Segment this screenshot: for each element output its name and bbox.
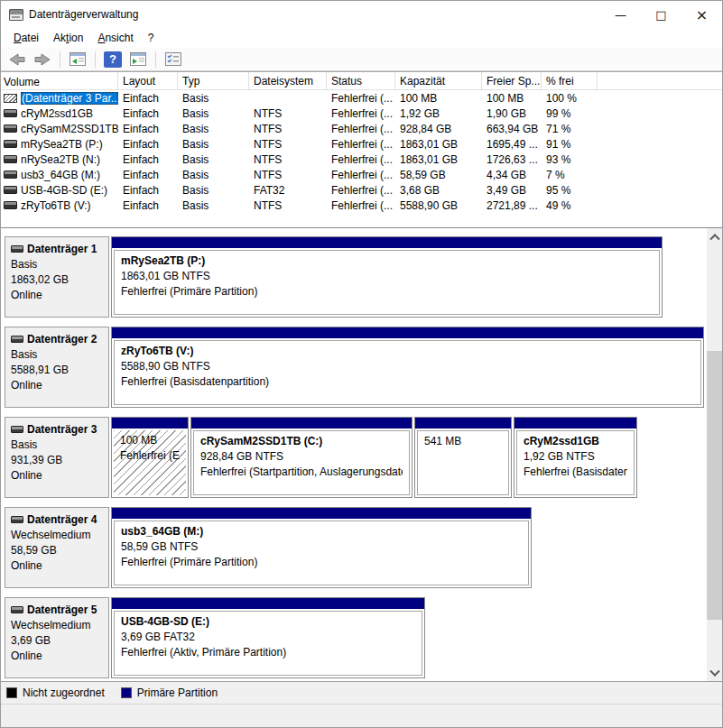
column-header-dateisystem[interactable]: Dateisystem [249,72,327,89]
disk-label-4[interactable]: Datenträger 4 Wechselmedium 58,59 GB Onl… [5,507,109,588]
partition-color-bar [112,598,424,609]
table-row[interactable]: mRySea2TB (P:) Einfach Basis NTFS Fehler… [1,136,722,152]
scroll-up-icon[interactable] [707,228,722,244]
window-title: Datenträgerverwaltung [29,8,138,21]
drive-icon [4,186,17,194]
column-header-kapazitaet[interactable]: Kapazität [395,72,482,89]
volume-name-selected: (Datenträger 3 Par... [21,92,118,105]
disk-state: Online [11,468,105,484]
disk-size: 58,59 GB [11,543,105,558]
partition-color-bar [514,418,636,429]
partition-color-bar [415,418,511,429]
disk-type: Basis [11,347,105,363]
toolbar-separator [95,51,96,68]
console-tree-window-icon[interactable] [67,50,88,69]
drive-icon [4,155,17,163]
disk-size: 5588,91 GB [11,363,105,378]
drive-icon [4,124,17,133]
disk-label-3[interactable]: Datenträger 3 Basis 931,39 GB Online [5,417,109,498]
table-row[interactable]: zRyTo6TB (V:) Einfach Basis NTFS Fehlerf… [1,198,722,213]
menu-item-ansicht[interactable]: Ansicht [90,30,140,46]
close-button[interactable]: × [681,1,722,28]
disk-icon [11,516,23,523]
column-header-prozent-frei[interactable]: % frei [542,72,598,89]
drive-icon [4,109,17,117]
column-header-typ[interactable]: Typ [178,72,249,89]
disk-state: Online [11,558,105,574]
partition-color-bar [112,327,703,338]
table-row[interactable]: (Datenträger 3 Par... Einfach Basis Fehl… [1,90,722,106]
disk-row-2: Datenträger 2 Basis 5588,91 GB Online zR… [5,327,702,408]
maximize-button[interactable]: □ [641,1,681,28]
forward-arrow-icon[interactable] [32,50,53,69]
volume-list: Volume Layout Typ Dateisystem Status Kap… [1,72,722,227]
partition-color-bar [112,508,531,519]
disk-icon [11,426,23,433]
partition-color-bar [112,418,188,429]
partition-block[interactable]: usb3_64GB (M:) 58,59 GB NTFS Fehlerfrei … [111,507,532,588]
partition-block[interactable]: USB-4GB-SD (E:) 3,69 GB FAT32 Fehlerfrei… [111,597,425,678]
volume-name: mRySea2TB (P:) [21,138,103,151]
disk-management-window: Datenträgerverwaltung — □ × Datei Aktion… [0,0,723,728]
disk-type: Basis [11,257,105,272]
vertical-scrollbar[interactable] [707,228,722,681]
disk-icon [11,606,23,613]
disk-size: 931,39 GB [11,453,105,468]
minimize-button[interactable]: — [600,1,641,28]
column-header-filler [598,72,722,89]
partition-block-selected[interactable]: 100 MB Fehlerfrei (EF [111,417,189,498]
toolbar-separator [155,51,156,68]
scroll-down-icon[interactable] [707,666,722,681]
volume-list-header: Volume Layout Typ Dateisystem Status Kap… [1,72,722,90]
toolbar: ? [1,48,722,71]
partition-color-bar [112,237,662,248]
menu-item-help[interactable]: ? [141,30,162,46]
partition-block[interactable]: cRyM2ssd1GB 1,92 GB NTFS Fehlerfrei (Bas… [514,417,637,498]
disk-type: Basis [11,438,105,453]
drive-icon [4,201,17,209]
table-row[interactable]: cRySamM2SSD1TB... Einfach Basis NTFS Feh… [1,121,722,136]
partition-block[interactable]: cRySamM2SSD1TB (C:) 928,84 GB NTFS Fehle… [190,417,412,498]
disk-size: 3,69 GB [11,633,105,649]
drive-icon [4,170,17,179]
column-header-status[interactable]: Status [327,72,395,89]
table-row[interactable]: nRySea2TB (N:) Einfach Basis NTFS Fehler… [1,152,722,167]
disk-size: 1863,02 GB [11,272,105,288]
partition-block[interactable]: 541 MB [414,417,512,498]
app-icon [9,9,23,21]
disk-icon [11,336,23,343]
help-icon[interactable]: ? [102,50,124,69]
menu-item-aktion[interactable]: Aktion [46,30,90,46]
hatched-partition-icon [4,94,17,103]
disk-label-1[interactable]: Datenträger 1 Basis 1863,02 GB Online [5,236,109,318]
drive-icon [4,140,17,148]
partition-block[interactable]: zRyTo6TB (V:) 5588,90 GB NTFS Fehlerfrei… [111,327,704,408]
legend-item-unallocated: Nicht zugeordnet [6,687,105,699]
back-arrow-icon[interactable] [6,50,28,69]
status-strip [1,704,722,727]
volume-name: nRySea2TB (N:) [21,153,100,166]
column-header-layout[interactable]: Layout [118,72,178,89]
selected-partition-hatch: 100 MB Fehlerfrei (EF [114,430,186,495]
partition-color-bar [191,418,412,429]
disk-row-4: Datenträger 4 Wechselmedium 58,59 GB Onl… [5,507,702,588]
partition-block[interactable]: mRySea2TB (P:) 1863,01 GB NTFS Fehlerfre… [111,236,663,318]
table-row[interactable]: USB-4GB-SD (E:) Einfach Basis FAT32 Fehl… [1,182,722,198]
disk-state: Online [11,288,105,303]
column-header-freier-speicher[interactable]: Freier Sp... [482,72,542,89]
table-row[interactable]: usb3_64GB (M:) Einfach Basis NTFS Fehler… [1,167,722,182]
table-row[interactable]: cRyM2ssd1GB Einfach Basis NTFS Fehlerfre… [1,106,722,121]
disk-label-2[interactable]: Datenträger 2 Basis 5588,91 GB Online [5,327,109,408]
action-pane-window-icon[interactable] [127,50,149,69]
disk-state: Online [11,378,105,393]
disk-row-5: Datenträger 5 Wechselmedium 3,69 GB Onli… [5,597,702,678]
disk-label-5[interactable]: Datenträger 5 Wechselmedium 3,69 GB Onli… [5,597,109,678]
primary-partition-swatch [121,687,132,698]
menu-item-datei[interactable]: Datei [6,30,46,46]
scrollbar-thumb[interactable] [707,351,722,620]
disk-row-3: Datenträger 3 Basis 931,39 GB Online 100… [5,417,702,498]
unallocated-swatch [6,687,17,698]
properties-checklist-icon[interactable] [162,50,184,69]
toolbar-separator [60,51,60,68]
column-header-volume[interactable]: Volume [1,72,118,89]
